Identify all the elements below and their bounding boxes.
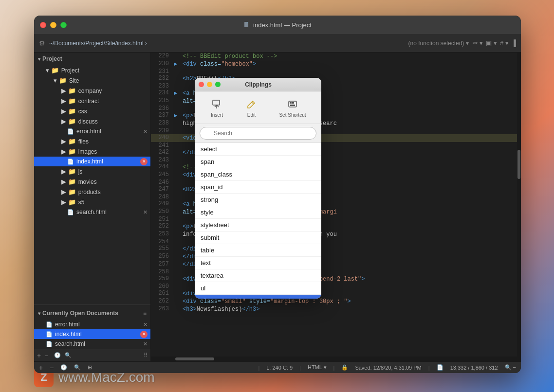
lock-icon: 🔒 bbox=[341, 364, 348, 371]
pen-icon-btn[interactable]: ✏ ▾ bbox=[473, 39, 483, 47]
search-input[interactable] bbox=[200, 127, 316, 140]
clipping-video[interactable]: video bbox=[195, 295, 321, 299]
horizontal-scrollbar[interactable] bbox=[151, 356, 517, 361]
sidebar-item-label: contract bbox=[78, 98, 99, 105]
hash-icon-btn[interactable]: # ▾ bbox=[500, 39, 509, 47]
scrollbar-thumb[interactable] bbox=[517, 150, 520, 179]
project-section-header[interactable]: ▾ Project bbox=[34, 53, 150, 65]
clippings-insert-btn[interactable]: Insert bbox=[203, 95, 230, 120]
clippings-edit-btn[interactable]: Edit bbox=[238, 95, 265, 120]
close-file-btn[interactable]: ✕ bbox=[143, 209, 148, 215]
open-docs-options[interactable]: ≡ bbox=[143, 310, 147, 317]
sidebar-item-company[interactable]: ▶ 📁 company bbox=[34, 86, 150, 96]
close-button[interactable] bbox=[40, 22, 46, 28]
folder-icon: ▾ 📁 bbox=[46, 67, 59, 74]
clipping-textarea[interactable]: textarea bbox=[195, 269, 321, 282]
folder-icon: ▶ 📁 bbox=[61, 168, 76, 175]
open-doc-error-html[interactable]: 📄 error.html ✕ bbox=[34, 320, 150, 329]
svg-rect-5 bbox=[290, 102, 292, 104]
clippings-shortcut-btn[interactable]: Set Shortcut bbox=[272, 95, 313, 120]
scrollbar-toggle[interactable]: ▐ bbox=[512, 39, 516, 47]
clipping-select[interactable]: select bbox=[195, 143, 321, 156]
title-text: index.html — Project bbox=[253, 21, 312, 29]
clippings-toolbar: Insert Edit Set Shortcut bbox=[195, 91, 321, 124]
sidebar-item-css[interactable]: ▶ 📁 css bbox=[34, 106, 150, 116]
clipping-span-class[interactable]: span_class bbox=[195, 168, 321, 181]
close-file-btn[interactable]: ✕ bbox=[143, 128, 148, 135]
sidebar-item-label: s5 bbox=[78, 199, 85, 206]
close-open-doc-btn[interactable]: ✕ bbox=[143, 321, 148, 328]
file-stats: 13,332 / 1,860 / 312 bbox=[450, 365, 498, 371]
file-icon: 📄 bbox=[46, 331, 53, 338]
shortcut-label: Set Shortcut bbox=[279, 112, 306, 118]
grid-btn[interactable]: ⊞ bbox=[88, 364, 92, 371]
folder-icon: ▶ 📁 bbox=[61, 97, 76, 105]
sidebar-item-project-root[interactable]: ▾ 📁 Project bbox=[34, 65, 150, 75]
file-icon: 📄 bbox=[67, 159, 74, 165]
drag-handle[interactable]: ⠿ bbox=[144, 352, 148, 358]
clipping-table[interactable]: table bbox=[195, 244, 321, 257]
open-doc-index-html[interactable]: 📄 index.html ✕ bbox=[34, 329, 150, 339]
folder-icon: ▶ 📁 bbox=[61, 107, 76, 115]
cursor-position: L: 240 C: 9 bbox=[266, 365, 293, 371]
sidebar-item-search-html[interactable]: 📄 search.html ✕ bbox=[34, 207, 150, 217]
clipping-text[interactable]: text bbox=[195, 257, 321, 269]
vertical-scrollbar[interactable] bbox=[517, 53, 521, 361]
sidebar-item-discuss[interactable]: ▶ 📁 discuss bbox=[34, 116, 150, 126]
sidebar-item-index-html[interactable]: 📄 index.html ✕ bbox=[34, 157, 150, 166]
clipping-span-id[interactable]: span_id bbox=[195, 181, 321, 194]
sidebar-item-site[interactable]: ▾ 📁 Site bbox=[34, 75, 150, 86]
close-open-doc-btn[interactable]: ✕ bbox=[143, 341, 148, 347]
shortcut-icon bbox=[286, 97, 299, 111]
function-selector[interactable]: (no function selected) ▾ bbox=[408, 40, 469, 47]
folder-icon: ▶ 📁 bbox=[61, 188, 76, 196]
sidebar-item-movies[interactable]: ▶ 📁 movies bbox=[34, 177, 150, 187]
folder-icon: ▾ 📁 bbox=[54, 77, 67, 84]
open-docs-section-header[interactable]: ▾ Currently Open Documents ≡ bbox=[34, 307, 150, 320]
file-icon: 📄 bbox=[46, 321, 53, 328]
sidebar-item-js[interactable]: ▶ 📁 js bbox=[34, 166, 150, 177]
maximize-button[interactable] bbox=[60, 22, 67, 28]
clipping-style[interactable]: style bbox=[195, 206, 321, 219]
sidebar-item-label: error.html bbox=[76, 128, 101, 135]
language-selector[interactable]: HTML ▾ bbox=[308, 364, 327, 371]
clipping-stylesheet[interactable]: stylesheet bbox=[195, 219, 321, 232]
project-section-label: Project bbox=[42, 55, 62, 62]
clipping-span[interactable]: span bbox=[195, 156, 321, 168]
sidebar-item-contract[interactable]: ▶ 📁 contract bbox=[34, 96, 150, 106]
minimize-button[interactable] bbox=[50, 22, 56, 28]
sidebar-item-error-html[interactable]: 📄 error.html ✕ bbox=[34, 126, 150, 136]
insert-label: Insert bbox=[211, 112, 223, 118]
close-open-doc-btn-red[interactable]: ✕ bbox=[140, 331, 148, 338]
sidebar-item-label: index.html bbox=[76, 158, 103, 165]
clipping-ul[interactable]: ul bbox=[195, 282, 321, 295]
clipping-strong[interactable]: strong bbox=[195, 194, 321, 206]
add-btn[interactable]: + bbox=[39, 364, 43, 372]
path-dropdown-icon[interactable]: › bbox=[145, 40, 147, 47]
sidebar-toolbar-btn[interactable]: − bbox=[45, 353, 48, 358]
sidebar-item-label: css bbox=[78, 108, 87, 115]
sidebar-item-images[interactable]: ▶ 📁 images bbox=[34, 146, 150, 157]
sidebar-item-label: images bbox=[78, 148, 97, 155]
search-icon-status[interactable]: 🔍 − bbox=[505, 364, 516, 371]
layers-icon-btn[interactable]: ▣ ▾ bbox=[486, 39, 497, 47]
save-status: Saved: 12/8/20, 4:31:09 PM bbox=[355, 365, 421, 371]
sidebar-item-s5[interactable]: ▶ 📁 s5 bbox=[34, 197, 150, 207]
add-file-btn[interactable]: + bbox=[37, 352, 41, 359]
clock-icon[interactable]: 🕐 bbox=[54, 352, 61, 358]
clock-btn[interactable]: 🕐 bbox=[60, 364, 67, 371]
search-btn[interactable]: 🔍 bbox=[74, 364, 81, 371]
clipping-submit[interactable]: submit bbox=[195, 232, 321, 244]
folder-icon: ▶ 📁 bbox=[61, 198, 76, 206]
code-line-230: 230 ▶ <div class="homebox"> bbox=[151, 60, 517, 68]
search-icon[interactable]: 🔍 bbox=[65, 352, 72, 358]
scrollbar-thumb[interactable] bbox=[175, 357, 214, 360]
sidebar-item-label: company bbox=[78, 88, 102, 94]
gear-icon[interactable]: ⚙ bbox=[39, 39, 45, 47]
minus-btn[interactable]: − bbox=[50, 364, 54, 372]
sidebar-divider bbox=[34, 304, 150, 305]
sidebar-item-files[interactable]: ▶ 📁 files bbox=[34, 136, 150, 146]
close-file-btn-red[interactable]: ✕ bbox=[140, 158, 148, 165]
sidebar-item-products[interactable]: ▶ 📁 products bbox=[34, 187, 150, 197]
open-doc-search-html[interactable]: 📄 search.html ✕ bbox=[34, 339, 150, 349]
